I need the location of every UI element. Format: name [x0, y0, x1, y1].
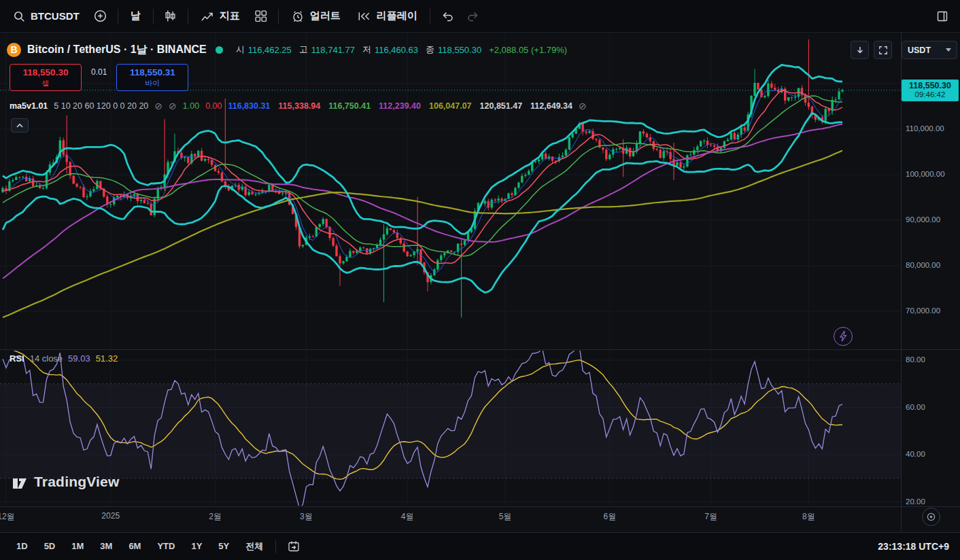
chevron-down-icon — [946, 48, 951, 52]
chart-type-button[interactable] — [158, 5, 183, 28]
quick-trade-lightning-button[interactable] — [834, 327, 853, 346]
candlestick-icon — [164, 10, 177, 22]
top-toolbar: BTCUSDT 날 지표 얼러트 리플레이 — [0, 0, 960, 33]
ohlc-values: 시 116,462.25 고 118,741.77 저 116,460.63 종… — [232, 43, 567, 56]
symbol-title[interactable]: Bitcoin / TetherUS · 1날 · BINANCE — [27, 43, 207, 57]
collapse-legend-button[interactable] — [11, 118, 29, 133]
alert-label: 얼러트 — [310, 10, 341, 22]
range-button-YTD[interactable]: YTD — [152, 538, 180, 555]
arrow-down-icon — [855, 46, 865, 55]
hide-indicator-icon[interactable]: ⊘ — [579, 101, 587, 111]
symbol-search-button[interactable]: BTCUSDT — [5, 5, 87, 28]
interval-button[interactable]: 날 — [123, 5, 148, 28]
indicators-icon — [201, 10, 214, 22]
ma-indicator-name[interactable]: ma5v1.01 — [10, 101, 48, 111]
currency-unit-select[interactable]: USDT — [902, 41, 957, 59]
toolbar-separator — [188, 9, 188, 24]
goto-date-icon — [288, 540, 300, 553]
bitcoin-icon: B — [7, 43, 21, 57]
tradingview-logo-text: TradingView — [34, 474, 120, 490]
toolbar-separator — [118, 9, 118, 24]
last-price-value: 118,550.30 — [909, 81, 951, 90]
range-button-6M[interactable]: 6M — [123, 538, 146, 555]
ma-value: 112,649.34 — [530, 101, 572, 111]
layout-templates-button[interactable] — [249, 5, 273, 28]
buy-label: 바이 — [145, 78, 160, 88]
range-button-전체[interactable]: 전체 — [240, 537, 269, 556]
range-button-1D[interactable]: 1D — [11, 538, 33, 555]
indicators-label: 지표 — [220, 10, 240, 22]
change-value: +2,088.05 (+1.79%) — [489, 45, 567, 55]
alarm-clock-icon — [291, 10, 305, 23]
chart-legend-row: B Bitcoin / TetherUS · 1날 · BINANCE 시 11… — [7, 41, 567, 58]
grid-layout-icon — [254, 10, 267, 22]
tradingview-watermark[interactable]: TradingView — [11, 473, 120, 491]
ma-indicator-legend: ma5v1.01 5 10 20 60 120 0 0 20 20 ⊘ ⊘ 1.… — [10, 101, 587, 111]
sell-button[interactable]: 118,550.30 셀 — [10, 64, 82, 91]
ma-indicator-params: 5 10 20 60 120 0 0 20 20 — [54, 101, 148, 111]
toolbar-separator — [153, 9, 154, 24]
maximize-pane-button[interactable] — [874, 41, 892, 59]
replay-button[interactable]: 리플레이 — [349, 5, 425, 28]
time-tick-label: 4월 — [391, 511, 424, 523]
time-axis-settings-button[interactable] — [922, 508, 940, 526]
currency-unit-label: USDT — [908, 46, 931, 55]
alert-button[interactable]: 얼러트 — [284, 5, 348, 28]
high-label: 고 — [299, 43, 308, 56]
close-label: 종 — [426, 43, 434, 56]
indicators-button[interactable]: 지표 — [193, 5, 247, 28]
range-button-5Y[interactable]: 5Y — [213, 538, 235, 555]
undo-arrow-icon — [441, 10, 454, 22]
scroll-down-button[interactable] — [851, 41, 869, 59]
buy-button[interactable]: 118,550.31 바이 — [116, 64, 188, 91]
interval-label: 날 — [131, 10, 141, 22]
redo-button[interactable] — [461, 5, 485, 28]
market-status-dot[interactable] — [216, 46, 223, 54]
hide-indicator-icon[interactable]: ⊘ — [169, 101, 177, 111]
ma-value: 116,830.31 — [228, 101, 270, 111]
open-value: 116,462.25 — [248, 45, 292, 55]
ma-value: 112,239.40 — [379, 101, 421, 111]
rsi-indicator-name[interactable]: RSI — [10, 353, 24, 364]
ma-values-list: 116,830.31115,338.94116,750.41112,239.40… — [228, 101, 572, 111]
toolbar-separator — [278, 9, 279, 24]
lightning-icon — [838, 331, 848, 342]
ma-value: 115,338.94 — [278, 101, 320, 111]
hide-indicator-icon[interactable]: ⊘ — [154, 101, 162, 111]
time-tick-label: 2월 — [199, 511, 231, 523]
low-value: 116,460.63 — [375, 45, 418, 55]
redo-arrow-icon — [466, 10, 480, 22]
range-button-1M[interactable]: 1M — [66, 538, 89, 555]
rsi-value: 59.03 — [68, 353, 90, 364]
spread-value: 0.01 — [91, 67, 107, 77]
clock-timezone[interactable]: 23:13:18 UTC+9 — [878, 541, 949, 552]
buy-price: 118,550.31 — [130, 67, 175, 77]
range-button-5D[interactable]: 5D — [39, 538, 61, 555]
bar-countdown: 09:46:42 — [915, 90, 946, 99]
ma-value: 116,750.41 — [328, 101, 371, 111]
time-tick-label: 3월 — [290, 511, 322, 523]
chart-area: 120,000.00110,000.00100,000.0090,000.008… — [0, 33, 960, 532]
range-button-1Y[interactable]: 1Y — [186, 538, 207, 555]
goto-date-button[interactable] — [283, 537, 305, 556]
panel-icon — [936, 10, 948, 22]
undo-button[interactable] — [435, 5, 460, 28]
tradingview-app: BTCUSDT 날 지표 얼러트 리플레이 — [0, 0, 960, 560]
trade-panel: 118,550.30 셀 0.01 118,550.31 바이 — [10, 64, 188, 91]
ma-value: 106,047.07 — [429, 101, 472, 111]
time-tick-label: 12월 — [0, 511, 22, 523]
compare-add-button[interactable] — [88, 5, 113, 28]
time-tick-label: 8월 — [792, 511, 825, 523]
ma-flag-zero: 0.00 — [205, 101, 222, 111]
plus-circle-icon — [94, 10, 107, 22]
expand-icon — [878, 46, 888, 55]
last-price-label: 118,550.30 09:46:42 — [902, 80, 959, 101]
search-icon — [13, 10, 25, 22]
time-tick-label: 6월 — [594, 511, 626, 523]
time-tick-label: 2025 — [95, 511, 127, 521]
bottom-toolbar: 1D5D1M3M6MYTD1Y5Y전체 23:13:18 UTC+9 — [0, 532, 960, 560]
range-button-3M[interactable]: 3M — [95, 538, 118, 555]
ma-value: 120,851.47 — [480, 101, 523, 111]
time-tick-label: 7월 — [695, 511, 727, 523]
panel-toggle-button[interactable] — [930, 5, 955, 28]
